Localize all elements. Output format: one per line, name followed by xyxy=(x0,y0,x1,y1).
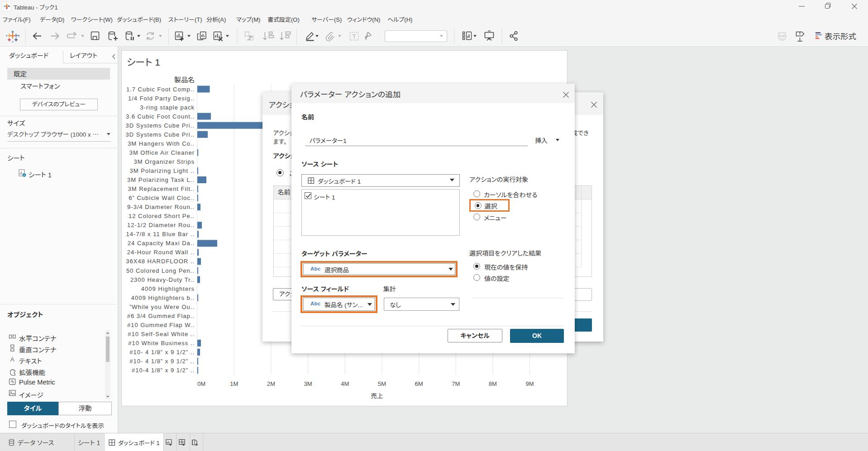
svg-text:0M: 0M xyxy=(197,380,205,387)
svg-text:3-ring staple pack: 3-ring staple pack xyxy=(140,104,195,111)
svg-text:”While you Were Ou..: ”While you Were Ou.. xyxy=(129,304,195,310)
svg-text:3M Polarizing Light ..: 3M Polarizing Light .. xyxy=(130,167,195,174)
svg-text:8M: 8M xyxy=(489,380,497,387)
svg-text:3.6 Cubic Foot Count..: 3.6 Cubic Foot Count.. xyxy=(126,113,195,120)
svg-text:3D Systems Cube Pri..: 3D Systems Cube Pri.. xyxy=(126,122,195,129)
svg-text:3M Office Air Cleaner: 3M Office Air Cleaner xyxy=(129,149,195,156)
svg-text:4M: 4M xyxy=(341,380,349,387)
svg-text:#10 Gummed Flap W..: #10 Gummed Flap W.. xyxy=(127,322,195,328)
svg-text:1/4 Fold Party Desig..: 1/4 Fold Party Desig.. xyxy=(128,95,195,102)
svg-text:#10 White Business ..: #10 White Business .. xyxy=(128,340,195,347)
svg-text:12 Colored Short Pe..: 12 Colored Short Pe.. xyxy=(129,213,195,219)
svg-text:1.7 Cubic Foot Comp..: 1.7 Cubic Foot Comp.. xyxy=(126,86,195,93)
svg-text:2300 Heavy-Duty Tr..: 2300 Heavy-Duty Tr.. xyxy=(130,276,195,283)
svg-text:A: A xyxy=(10,356,14,363)
svg-text:36X48 HARDFLOOR ..: 36X48 HARDFLOOR .. xyxy=(126,258,195,265)
svg-text:売上: 売上 xyxy=(371,393,383,399)
svg-text:3D Systems Cube Pri..: 3D Systems Cube Pri.. xyxy=(126,131,195,138)
svg-text:3M Replacement Filt..: 3M Replacement Filt.. xyxy=(128,185,195,192)
svg-text:24 Capacity Maxi Da..: 24 Capacity Maxi Da.. xyxy=(128,240,195,247)
svg-text:12-1/2 Diameter Rou..: 12-1/2 Diameter Rou.. xyxy=(127,222,195,228)
svg-text:3M Hangers With Co..: 3M Hangers With Co.. xyxy=(128,140,195,147)
svg-text:1M: 1M xyxy=(230,380,238,387)
svg-text:#6 3/4 Gummed Flap..: #6 3/4 Gummed Flap.. xyxy=(127,313,195,319)
svg-text:シート 1: シート 1 xyxy=(127,57,160,67)
svg-text:3M Organizer Strips: 3M Organizer Strips xyxy=(134,158,195,165)
svg-text:5M: 5M xyxy=(378,380,386,387)
svg-text:7M: 7M xyxy=(452,380,460,387)
svg-text:3M: 3M xyxy=(304,380,312,387)
svg-text:24-Hour Round Wall ..: 24-Hour Round Wall .. xyxy=(127,249,195,256)
svg-text:2M: 2M xyxy=(267,380,275,387)
svg-text:#10- 4 1/8” x 9 1/2” ..: #10- 4 1/8” x 9 1/2” .. xyxy=(129,349,195,356)
svg-text:#10 Self-Seal White ..: #10 Self-Seal White .. xyxy=(128,331,195,337)
svg-text:製品名: 製品名 xyxy=(174,76,195,84)
svg-text:9M: 9M xyxy=(525,380,534,387)
svg-text:#10- 4 1/8” x 9 1/2” ..: #10- 4 1/8” x 9 1/2” .. xyxy=(129,358,195,365)
svg-text:4009 Highlighters: 4009 Highlighters xyxy=(141,285,195,292)
svg-text:50 Colored Long Pen..: 50 Colored Long Pen.. xyxy=(126,267,195,274)
svg-text:14-7/8 x 11 Blue Bar ..: 14-7/8 x 11 Blue Bar .. xyxy=(126,231,195,237)
svg-text:6M: 6M xyxy=(415,380,423,387)
svg-text:9-3/4 Diameter Roun..: 9-3/4 Diameter Roun.. xyxy=(127,204,195,210)
svg-text:6” Cubicle Wall Cloc..: 6” Cubicle Wall Cloc.. xyxy=(129,195,195,201)
svg-text:T: T xyxy=(353,33,356,40)
svg-text:4009 Highlighters b..: 4009 Highlighters b.. xyxy=(131,294,195,301)
svg-text:#10-4 1/8” x 9 1/2” ..: #10-4 1/8” x 9 1/2” .. xyxy=(132,367,195,374)
svg-text:3M Polarizing Task L..: 3M Polarizing Task L.. xyxy=(127,176,195,183)
